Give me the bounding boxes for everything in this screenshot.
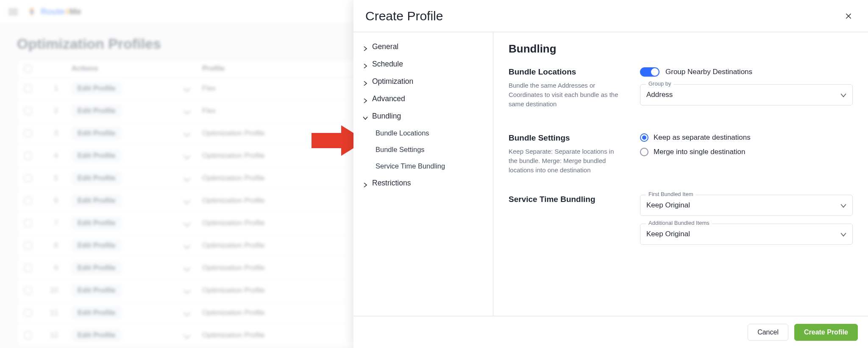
field-label: Additional Bundled Items [646,220,712,226]
radio-label: Merge into single destination [654,148,745,156]
chevron-right-icon [363,44,368,50]
nav-service-time-bundling[interactable]: Service Time Bundling [357,158,490,174]
section-description: Bundle the same Addresses or Coordinates… [509,81,623,108]
nav-restrictions[interactable]: Restrictions [357,174,490,192]
section-description: Keep Separate: Separate locations in the… [509,147,623,174]
chevron-down-icon [363,114,368,119]
chevron-down-icon [840,231,846,237]
field-label: First Bundled Item [646,191,696,197]
first-bundled-item-select[interactable]: First Bundled Item Keep Original [640,195,853,216]
field-label: Group by [646,80,673,87]
nav-label: General [372,42,398,51]
chevron-down-icon [840,92,846,98]
close-icon[interactable] [841,8,856,24]
nav-general[interactable]: General [357,38,490,55]
nav-optimization[interactable]: Optimization [357,73,490,90]
radio-label: Keep as separate destinations [654,133,751,142]
button-label: Cancel [757,329,779,336]
create-profile-button[interactable]: Create Profile [794,324,858,341]
chevron-right-icon [363,62,368,67]
nav-label: Optimization [372,77,413,86]
toggle-label: Group Nearby Destinations [665,68,752,76]
nav-bundling[interactable]: Bundling [357,108,490,125]
group-nearby-toggle[interactable] [640,67,659,77]
modal-body: General Schedule Optimization Advanced B… [353,32,868,316]
button-label: Create Profile [804,329,848,336]
nav-bundle-locations[interactable]: Bundle Locations [357,125,490,141]
select-value: Keep Original [646,230,690,238]
radio-on-icon [640,133,648,142]
nav-label: Bundle Locations [376,129,429,137]
radio-keep-separate[interactable]: Keep as separate destinations [640,133,853,142]
nav-label: Bundle Settings [376,146,425,154]
bundle-settings-section: Bundle Settings Keep Separate: Separate … [509,133,853,174]
modal-content: Bundling Bundle Locations Bundle the sam… [493,32,868,316]
radio-off-icon [640,148,648,156]
cancel-button[interactable]: Cancel [748,324,788,341]
app-viewport: Route4Me Optimization Profiles Actions P… [0,0,868,348]
nav-schedule[interactable]: Schedule [357,55,490,73]
additional-bundled-items-select[interactable]: Additional Bundled Items Keep Original [640,224,853,245]
select-value: Address [646,91,673,99]
select-value: Keep Original [646,201,690,210]
nav-label: Service Time Bundling [376,162,445,170]
section-title: Service Time Bundling [509,195,636,204]
chevron-down-icon [840,202,846,208]
service-time-section: Service Time Bundling First Bundled Item… [509,195,853,252]
nav-label: Schedule [372,60,403,69]
nav-label: Restrictions [372,179,411,188]
nav-label: Bundling [372,112,401,121]
section-title: Bundle Settings [509,133,636,143]
nav-bundle-settings[interactable]: Bundle Settings [357,141,490,158]
radio-merge-single[interactable]: Merge into single destination [640,148,853,156]
modal-footer: Cancel Create Profile [353,316,868,348]
create-profile-modal: Create Profile General Schedule Optimiza… [353,0,868,348]
modal-header: Create Profile [353,0,868,32]
modal-sidebar: General Schedule Optimization Advanced B… [353,32,493,316]
chevron-right-icon [363,79,368,84]
chevron-right-icon [363,97,368,102]
group-by-select[interactable]: Group by Address [640,84,853,105]
modal-title: Create Profile [365,9,443,23]
section-title: Bundle Locations [509,67,636,77]
panel-title: Bundling [509,42,853,55]
nav-label: Advanced [372,94,405,103]
nav-advanced[interactable]: Advanced [357,90,490,108]
bundle-locations-section: Bundle Locations Bundle the same Address… [509,67,853,113]
chevron-right-icon [363,181,368,186]
